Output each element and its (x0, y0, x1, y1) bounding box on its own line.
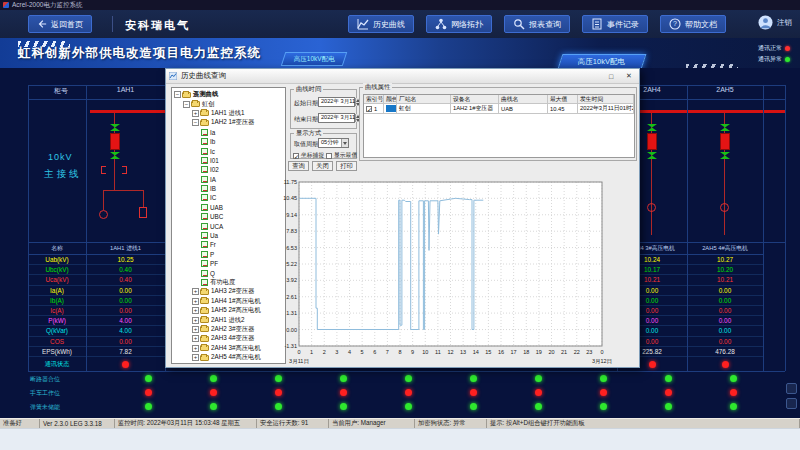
user-box[interactable]: 注销 (758, 15, 792, 30)
tree-item[interactable]: IB (172, 184, 285, 193)
extrema-checkbox[interactable] (326, 153, 332, 159)
nav-history-curve-button[interactable]: 历史曲线 (348, 15, 414, 33)
tree-item[interactable]: +1AH1 进线1 (172, 109, 285, 118)
expand-icon[interactable]: + (192, 288, 199, 295)
end-date-field[interactable]: 2022年 3月11 (318, 113, 355, 123)
tree-item[interactable]: Ic (172, 146, 285, 155)
grid-hline (28, 371, 785, 372)
back-home-button[interactable]: 返回首页 (28, 15, 92, 33)
expand-icon[interactable]: + (192, 110, 199, 117)
snap-checkbox[interactable] (293, 153, 299, 159)
svg-text:19: 19 (536, 349, 542, 355)
breaker-symbol[interactable] (647, 133, 657, 150)
tree-item[interactable]: +2AH1 进线2 (172, 315, 285, 324)
breaker-symbol[interactable] (110, 133, 120, 150)
page-tab[interactable]: 高压10kV配电 (281, 52, 348, 66)
svg-text:21: 21 (561, 349, 567, 355)
tree-item[interactable]: Ua (172, 231, 285, 240)
query-button[interactable]: 查询 (288, 161, 309, 171)
comm-status-dot (122, 361, 129, 368)
tree-item[interactable]: Fr (172, 240, 285, 249)
props-header-cell[interactable]: 发生时间 (578, 95, 634, 104)
expand-icon[interactable]: + (192, 307, 199, 314)
props-data-row[interactable]: 1虹创1AH2 1#变压器UAB10.452022年3月11日01时2 (364, 104, 634, 114)
print-button[interactable]: 打印 (336, 161, 357, 171)
tree-item[interactable]: Ia (172, 128, 285, 137)
tree-item[interactable]: UAB (172, 203, 285, 212)
snap-checkbox-row[interactable]: 坐标捕捉 (293, 151, 324, 160)
maximize-icon[interactable]: □ (604, 71, 618, 82)
tree-item[interactable]: 有功电度 (172, 278, 285, 287)
logout-label[interactable]: 注销 (777, 18, 792, 28)
side-tool-button[interactable] (786, 383, 797, 394)
dialog-titlebar[interactable]: 历史曲线查询 □ ✕ (166, 69, 639, 84)
meas-cell: 0.00 (687, 337, 763, 347)
nav-network-topology-button[interactable]: 网络拓扑 (426, 15, 492, 33)
expand-icon[interactable]: − (192, 119, 199, 126)
curve-icon (201, 279, 208, 286)
start-date-field[interactable]: 2022年 3月11 (318, 97, 355, 107)
history-curve-chart: 11.7510.459.147.836.535.223.922.611.310.… (283, 173, 637, 365)
tree-item[interactable]: PF (172, 259, 285, 268)
curve-checkbox[interactable] (366, 106, 372, 112)
svg-text:12: 12 (447, 349, 453, 355)
folder-icon (200, 289, 209, 295)
props-header-cell[interactable]: 最大值 (548, 95, 578, 104)
tree-item[interactable]: Ib (172, 137, 285, 146)
nav-report-query-button[interactable]: 报表查询 (504, 15, 570, 33)
expand-icon[interactable]: + (192, 335, 199, 342)
nav-help-doc-button[interactable]: ?帮助文档 (660, 15, 726, 33)
tree-item[interactable]: +2AH3 4#变压器 (172, 334, 285, 343)
tree-item[interactable]: UCA (172, 221, 285, 230)
tree-item[interactable]: +1AH3 2#变压器 (172, 287, 285, 296)
props-header-cell[interactable]: 厂站名 (397, 95, 451, 104)
branch-line (143, 190, 144, 208)
tree-item[interactable]: −虹创 (172, 99, 285, 108)
branch-line (103, 190, 104, 210)
tree-item[interactable]: −遥测曲线 (172, 90, 285, 99)
tree-item[interactable]: I02 (172, 165, 285, 174)
expand-icon[interactable]: + (192, 326, 199, 333)
system-title: 虹科创新外部供电改造项目电力监控系统 (18, 45, 261, 62)
tree-item[interactable]: −1AH2 1#变压器 (172, 118, 285, 127)
expand-icon[interactable]: + (192, 345, 199, 352)
props-header-cell[interactable]: 设备名 (451, 95, 499, 104)
tree-item[interactable]: +1AH4 1#高压电机 (172, 297, 285, 306)
dropdown-arrow-icon[interactable] (341, 139, 348, 147)
close-icon[interactable]: ✕ (622, 71, 636, 82)
period-dropdown[interactable]: 05分钟 (318, 138, 349, 148)
expand-icon[interactable]: + (192, 317, 199, 324)
expand-icon[interactable]: − (174, 91, 181, 98)
tree-item-label: IB (210, 185, 216, 192)
tree-item[interactable]: +1AH5 2#高压电机 (172, 306, 285, 315)
comm-status-dot (722, 361, 729, 368)
tree-item-label: 2AH4 3#高压电机 (211, 344, 261, 353)
side-tool-button[interactable] (786, 398, 797, 409)
tree-item[interactable]: IC (172, 193, 285, 202)
extrema-checkbox-row[interactable]: 显示最值 (326, 151, 357, 160)
props-header-cell[interactable]: 曲线名 (499, 95, 548, 104)
expand-icon[interactable]: − (183, 101, 190, 108)
tree-item[interactable]: P (172, 250, 285, 259)
close-button[interactable]: 关闭 (312, 161, 333, 171)
tree-item[interactable]: IA (172, 175, 285, 184)
props-header-cell[interactable]: 索引号 (364, 95, 384, 104)
page-badge[interactable]: 高压10kV配电 (558, 54, 647, 69)
grid-vline (28, 85, 29, 371)
tree-item[interactable]: UBC (172, 212, 285, 221)
nav-event-record-button[interactable]: 事件记录 (582, 15, 648, 33)
svg-text:7.83: 7.83 (286, 228, 297, 234)
switch-contact-icon (720, 124, 730, 131)
signal-dot (535, 403, 542, 410)
expand-icon[interactable]: + (192, 298, 199, 305)
svg-text:20: 20 (548, 349, 554, 355)
tree-item[interactable]: I01 (172, 156, 285, 165)
tree-item[interactable]: +2AH4 3#高压电机 (172, 344, 285, 353)
expand-icon[interactable]: + (192, 354, 199, 361)
tree-item[interactable]: +2AH2 3#变压器 (172, 325, 285, 334)
tree-item[interactable]: +2AH5 4#高压电机 (172, 353, 285, 362)
signal-dot (665, 389, 672, 396)
tree-item[interactable]: Q (172, 268, 285, 277)
breaker-symbol[interactable] (720, 133, 730, 150)
props-header-cell[interactable]: 颜色 (384, 95, 397, 104)
